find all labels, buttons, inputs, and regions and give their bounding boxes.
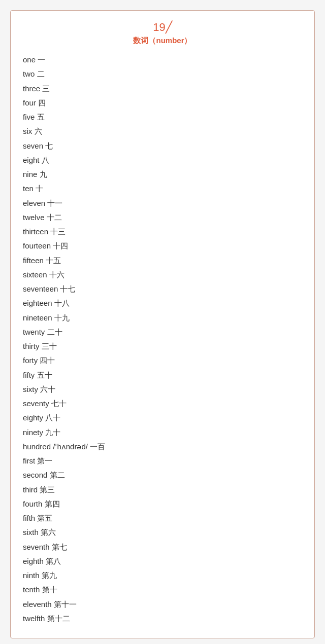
list-item: eighth 第八 xyxy=(23,554,302,568)
list-item: first 第一 xyxy=(23,454,302,468)
list-item: eighteen 十八 xyxy=(23,296,302,310)
list-item: thirty 三十 xyxy=(23,339,302,353)
list-item: sixth 第六 xyxy=(23,525,302,540)
list-item: three 三 xyxy=(23,82,302,96)
list-item: seventeen 十七 xyxy=(23,282,302,296)
list-item: seventy 七十 xyxy=(23,397,302,411)
list-item: sixteen 十六 xyxy=(23,268,302,282)
page-number-text: 19 xyxy=(153,21,165,33)
main-card: 19╱ 数词（number） one 一two 二three 三four 四fi… xyxy=(10,10,315,638)
list-item: one 一 xyxy=(23,53,302,67)
list-item: ten 十 xyxy=(23,182,302,196)
slash-icon: ╱ xyxy=(166,21,172,33)
list-item: eleven 十一 xyxy=(23,196,302,210)
list-item: fifteen 十五 xyxy=(23,254,302,268)
list-item: twenty 二十 xyxy=(23,325,302,339)
list-item: fifty 五十 xyxy=(23,368,302,382)
list-item: six 六 xyxy=(23,124,302,138)
word-list: one 一two 二three 三four 四five 五six 六seven … xyxy=(23,53,302,626)
list-item: five 五 xyxy=(23,110,302,124)
list-item: twelfth 第十二 xyxy=(23,612,302,626)
list-item: thirteen 十三 xyxy=(23,225,302,239)
list-item: third 第三 xyxy=(23,483,302,497)
list-item: hundred /ˈhʌndrəd/ 一百 xyxy=(23,440,302,454)
page-number: 19╱ xyxy=(23,21,302,34)
list-item: ninety 九十 xyxy=(23,425,302,440)
list-item: second 第二 xyxy=(23,468,302,482)
list-item: fourth 第四 xyxy=(23,497,302,511)
list-item: fifth 第五 xyxy=(23,511,302,525)
list-item: seven 七 xyxy=(23,139,302,153)
list-item: sixty 六十 xyxy=(23,382,302,397)
list-item: nineteen 十九 xyxy=(23,311,302,325)
list-item: four 四 xyxy=(23,96,302,110)
list-item: nine 九 xyxy=(23,167,302,182)
list-item: twelve 十二 xyxy=(23,210,302,225)
list-item: fourteen 十四 xyxy=(23,239,302,253)
list-item: two 二 xyxy=(23,67,302,81)
list-item: eighty 八十 xyxy=(23,411,302,425)
list-item: eight 八 xyxy=(23,153,302,167)
list-item: ninth 第九 xyxy=(23,568,302,583)
list-item: eleventh 第十一 xyxy=(23,597,302,612)
list-item: seventh 第七 xyxy=(23,540,302,554)
list-item: tenth 第十 xyxy=(23,583,302,597)
list-item: forty 四十 xyxy=(23,353,302,368)
section-title: 数词（number） xyxy=(23,36,302,46)
